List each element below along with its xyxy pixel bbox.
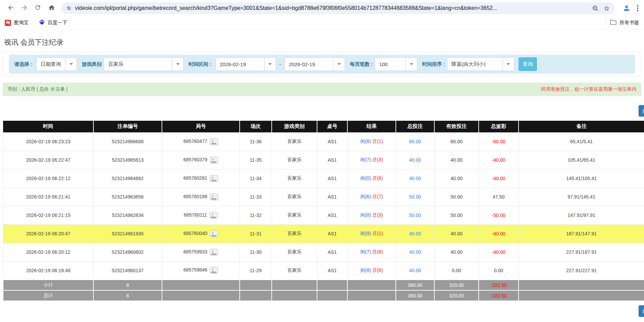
valid-bet: 40.00	[434, 151, 479, 169]
all-bookmarks-button[interactable]: 所有书签	[610, 19, 639, 26]
back-button[interactable]	[5, 2, 16, 14]
round-result-image-icon[interactable]	[210, 157, 218, 164]
col-payout: 总派彩	[479, 121, 519, 132]
zoom-out-icon[interactable]	[592, 5, 599, 12]
bookmark-label: 爱淘宝	[14, 19, 29, 26]
total-bet-link[interactable]: 40.00	[396, 151, 434, 169]
result-cell: 闲(7) 庄(6)	[347, 243, 396, 261]
baidu-paw-icon	[39, 19, 45, 26]
bookmarks-bar: 淘 爱淘宝 百度一下 所有书签	[0, 16, 644, 30]
query-type-select[interactable]: 日期查询	[36, 57, 77, 71]
round-number: 685760477	[183, 138, 207, 144]
result-cell: 闲(0) 庄(8)	[347, 169, 396, 188]
bookmark-item-baidu[interactable]: 百度一下	[39, 19, 68, 26]
bookmark-item-taobao[interactable]: 淘 爱淘宝	[5, 19, 29, 26]
table-row: 2026-02-19 06:23:23523214966688685760477…	[3, 132, 644, 151]
game-type: 百家乐	[272, 132, 317, 151]
game-type: 百家乐	[272, 243, 317, 261]
total-bet-link[interactable]: 40.00	[396, 224, 434, 243]
chevron-down-icon	[333, 58, 345, 71]
result-player: 闲(9)	[360, 231, 371, 236]
subtotal-payout: -222.50	[479, 280, 519, 290]
grand-total-row: 总计 8 360.00 320.00 -222.50	[3, 290, 644, 301]
payout: -40.00	[479, 151, 519, 169]
remark: 145.41/105.41	[519, 169, 644, 188]
session: 11-36	[240, 132, 272, 151]
game-type-label: 游戏类别	[82, 61, 102, 68]
payout: -50.00	[479, 206, 519, 224]
page-1-button[interactable]: 1	[639, 105, 644, 117]
col-round: 局号	[162, 121, 240, 132]
bet-id: 523214960137	[93, 261, 162, 280]
total-bet-link[interactable]: 50.00	[396, 188, 434, 206]
all-bookmarks-label: 所有书签	[619, 19, 639, 26]
game-type-select[interactable]: 百家乐	[104, 57, 184, 71]
payout: 47.50	[479, 188, 519, 206]
subtotal-count: 8	[93, 280, 162, 290]
total-bet-link[interactable]: 40.00	[396, 169, 434, 188]
chevron-down-icon	[172, 58, 183, 71]
search-button[interactable]: 查询	[519, 57, 537, 71]
per-page-label: 每页笔数 :	[350, 61, 373, 68]
payout: 0.00	[479, 261, 519, 280]
result-cell: 闲(7) 庄(3)	[347, 151, 396, 169]
url-bar[interactable]: videoie.com/ipl/portal.php/game/betrecor…	[61, 2, 615, 14]
bet-time: 2026-02-19 06:19:48	[3, 261, 93, 280]
total-bet-link[interactable]: 40.00	[396, 243, 434, 261]
result-banker: 庄(8)	[372, 175, 383, 181]
result-cell: 闲(8) 庄(8)	[347, 261, 396, 280]
table-row: 2026-02-19 06:21:15523214962834685760111…	[3, 206, 644, 224]
bookmark-star-icon[interactable]	[603, 5, 610, 12]
round-number: 685760111	[184, 212, 207, 218]
round-result-image-icon[interactable]	[209, 212, 218, 219]
query-type-label: 请选择：	[14, 61, 34, 68]
col-game-type: 游戏类别	[272, 121, 317, 132]
session: 11-29	[240, 261, 272, 280]
bet-id: 523214961935	[93, 224, 162, 243]
remark: 65.41/5.41	[519, 132, 644, 151]
total-bet-link[interactable]: 60.00	[396, 132, 434, 151]
sort-order-select[interactable]: 降冪(由大到小)	[447, 57, 514, 71]
payout: -40.00	[479, 169, 519, 188]
col-table-number: 桌号	[317, 121, 347, 132]
result-cell: 闲(6) 庄(7)	[347, 188, 396, 206]
session: 11-34	[240, 169, 272, 188]
date-from-select[interactable]: 2026-02-19	[215, 57, 276, 71]
grand-total-count: 8	[93, 290, 162, 301]
round-result-image-icon[interactable]	[210, 175, 218, 182]
total-bet-link[interactable]: 40.00	[396, 261, 434, 280]
round-result-image-icon[interactable]	[210, 138, 218, 145]
home-button[interactable]	[46, 2, 57, 14]
remark: 105.41/65.41	[519, 151, 644, 169]
date-to-select[interactable]: 2026-02-19	[284, 57, 345, 71]
result-banker: 庄(6)	[372, 249, 383, 254]
per-page-select[interactable]: 100	[375, 57, 417, 71]
summary-bar: 币别 : 人民币 | 总共 :8 注单 | 同局有效投注，统一计算在该局第一张注…	[3, 83, 641, 96]
forward-button[interactable]	[18, 2, 30, 14]
table-header-row: 时间 注单编号 局号 场次 游戏类别 桌号 结果 总投注 有效投注 总派彩 备注	[3, 121, 644, 132]
payout: -40.00	[479, 243, 519, 261]
round-result-image-icon[interactable]	[210, 193, 218, 201]
reload-button[interactable]	[32, 2, 44, 14]
round-cell: 685760188	[162, 188, 240, 206]
round-result-image-icon[interactable]	[210, 249, 218, 256]
bet-id: 523214962834	[93, 206, 162, 224]
home-icon	[48, 4, 55, 13]
profile-avatar-icon[interactable]	[622, 4, 631, 13]
round-result-image-icon[interactable]	[210, 267, 218, 274]
result-banker: 庄(1)	[372, 138, 383, 144]
table-row: 2026-02-19 06:20:47523214961935685760040…	[3, 224, 644, 243]
round-cell: 685759846	[162, 261, 240, 280]
round-number: 685759846	[183, 267, 207, 273]
result-cell: 闲(8) 庄(1)	[347, 132, 396, 151]
round-result-image-icon[interactable]	[210, 230, 218, 237]
total-bet-link[interactable]: 50.00	[396, 206, 434, 224]
table-number: AS1	[317, 169, 347, 188]
browser-menu-icon[interactable]	[634, 5, 641, 12]
chevron-down-icon	[264, 58, 276, 71]
bet-id: 523214966688	[93, 132, 162, 151]
col-remark: 备注	[519, 121, 644, 132]
round-cell: 685760281	[162, 169, 240, 188]
site-info-tune-icon[interactable]	[66, 5, 72, 11]
page-1-button-bottom[interactable]: 1	[639, 305, 644, 317]
